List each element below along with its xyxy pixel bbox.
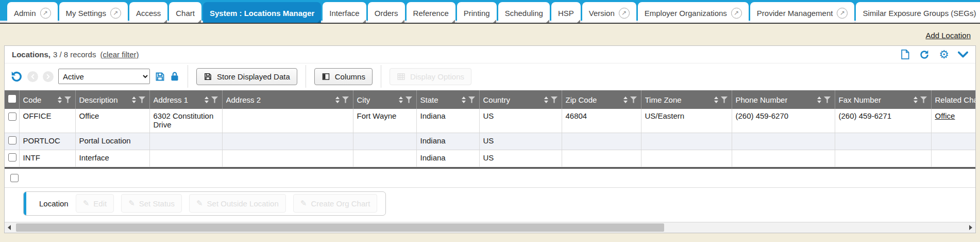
- filter-icon[interactable]: [721, 96, 728, 103]
- tab-system-locations-manager[interactable]: System : Locations Manager: [203, 2, 321, 24]
- store-displayed-data-button[interactable]: Store Displayed Data: [196, 68, 297, 85]
- filter-icon[interactable]: [211, 96, 218, 103]
- undo-icon[interactable]: [10, 70, 23, 83]
- filter-icon[interactable]: [342, 96, 349, 103]
- tab-admin[interactable]: Admin↗: [7, 2, 58, 24]
- set-outside-location-button[interactable]: ✎Set Outside Location: [189, 194, 286, 213]
- tab-employer-organizations[interactable]: Employer Organizations↗: [638, 2, 749, 24]
- add-location-link[interactable]: Add Location: [925, 31, 971, 40]
- scroll-left-arrow[interactable]: [8, 225, 11, 230]
- column-label: Phone Number: [736, 95, 788, 104]
- prev-icon[interactable]: [27, 71, 38, 82]
- cell: [732, 150, 835, 167]
- set-status-button[interactable]: ✎Set Status: [121, 194, 182, 213]
- clear-filter-link[interactable]: (clear filter): [100, 50, 139, 59]
- cell: [562, 133, 641, 150]
- select-all-checkbox[interactable]: [8, 95, 16, 103]
- columns-button[interactable]: Columns: [314, 68, 373, 85]
- horizontal-scrollbar[interactable]: [5, 222, 975, 233]
- tab-access[interactable]: Access: [129, 2, 167, 24]
- cell: OFFICE: [19, 109, 75, 133]
- column-label: Address 1: [154, 95, 189, 104]
- sort-icon[interactable]: [623, 96, 628, 103]
- tab-interface[interactable]: Interface: [323, 2, 366, 24]
- tab-similar-exposure-groups-segs[interactable]: Similar Exposure Groups (SEGs)↗: [856, 2, 980, 24]
- column-header-state[interactable]: State: [416, 90, 479, 109]
- filter-icon[interactable]: [920, 96, 927, 103]
- lock-icon[interactable]: [170, 71, 179, 82]
- display-options-button[interactable]: Display Options: [390, 68, 471, 85]
- filter-icon[interactable]: [139, 96, 146, 103]
- edit-button[interactable]: ✎Edit: [76, 194, 114, 213]
- column-header-description[interactable]: Description: [75, 90, 149, 109]
- footer-checkbox[interactable]: [10, 174, 19, 182]
- filter-icon[interactable]: [405, 96, 413, 103]
- cell: US: [479, 109, 562, 133]
- pencil-icon: ✎: [83, 199, 90, 208]
- column-header-code[interactable]: Code: [19, 90, 75, 109]
- pencil-icon: ✎: [196, 199, 203, 208]
- tab-reference[interactable]: Reference: [407, 2, 455, 24]
- column-header-phone-number[interactable]: Phone Number: [732, 90, 835, 109]
- select-all-header[interactable]: [5, 90, 19, 109]
- cell: PORTLOC: [19, 133, 75, 150]
- column-header-address-2[interactable]: Address 2: [222, 90, 353, 109]
- row-checkbox[interactable]: [8, 153, 16, 162]
- refresh-icon[interactable]: [919, 49, 930, 60]
- tab-provider-management[interactable]: Provider Management↗: [750, 2, 855, 24]
- tab-hsp[interactable]: HSP: [551, 2, 581, 24]
- column-header-related-cha[interactable]: Related Cha: [931, 90, 975, 109]
- row-checkbox[interactable]: [8, 136, 16, 144]
- scrollbar-thumb[interactable]: [16, 223, 664, 232]
- sort-icon[interactable]: [714, 96, 718, 103]
- sort-icon[interactable]: [399, 96, 403, 103]
- column-header-zip-code[interactable]: Zip Code: [562, 90, 641, 109]
- cell: Office: [75, 109, 149, 133]
- cell: [562, 150, 641, 167]
- store-displayed-data-label: Store Displayed Data: [217, 72, 290, 81]
- chevron-down-icon[interactable]: [958, 51, 968, 58]
- tab-label: Orders: [375, 9, 398, 18]
- column-header-country[interactable]: Country: [479, 90, 562, 109]
- sort-icon[interactable]: [462, 96, 466, 103]
- cell: (260) 459-6271: [835, 109, 931, 133]
- sort-icon[interactable]: [335, 96, 340, 103]
- status-filter-select[interactable]: Active: [58, 69, 150, 84]
- panel-header-icons: ⚙: [900, 49, 968, 60]
- filter-icon[interactable]: [64, 96, 72, 103]
- row-checkbox-cell: [5, 133, 19, 150]
- sort-icon[interactable]: [544, 96, 548, 103]
- filter-icon[interactable]: [551, 96, 558, 103]
- save-icon[interactable]: [155, 71, 165, 82]
- cell: Interface: [75, 150, 149, 167]
- add-location-row: Add Location: [0, 31, 980, 43]
- sort-icon[interactable]: [132, 96, 136, 103]
- sort-icon[interactable]: [817, 96, 821, 103]
- action-group-label: Location: [39, 199, 69, 208]
- column-header-fax-number[interactable]: Fax Number: [835, 90, 931, 109]
- tab-label: Employer Organizations: [645, 9, 727, 18]
- tab-my-settings[interactable]: My Settings↗: [59, 2, 128, 24]
- gear-icon[interactable]: ⚙: [939, 50, 949, 60]
- tab-orders[interactable]: Orders: [368, 2, 405, 24]
- filter-icon[interactable]: [630, 96, 637, 103]
- sort-icon[interactable]: [205, 96, 209, 103]
- sort-icon[interactable]: [914, 96, 918, 103]
- next-icon[interactable]: [43, 71, 54, 82]
- column-header-time-zone[interactable]: Time Zone: [641, 90, 732, 109]
- filter-icon[interactable]: [468, 96, 476, 103]
- sort-icon[interactable]: [58, 96, 62, 103]
- tab-printing[interactable]: Printing: [457, 2, 497, 24]
- tab-version[interactable]: Version↗: [582, 2, 636, 24]
- new-document-icon[interactable]: [900, 49, 910, 60]
- scroll-right-arrow[interactable]: [969, 225, 972, 230]
- column-header-city[interactable]: City: [353, 90, 416, 109]
- row-checkbox[interactable]: [8, 112, 16, 121]
- related-chart-link[interactable]: Office: [935, 111, 955, 120]
- tab-scheduling[interactable]: Scheduling: [498, 2, 550, 24]
- filter-icon[interactable]: [824, 96, 831, 103]
- create-org-chart-button[interactable]: ✎Create Org Chart: [293, 194, 378, 213]
- column-header-address-1[interactable]: Address 1: [149, 90, 222, 109]
- external-link-icon: ↗: [40, 8, 51, 19]
- tab-chart[interactable]: Chart: [169, 2, 201, 24]
